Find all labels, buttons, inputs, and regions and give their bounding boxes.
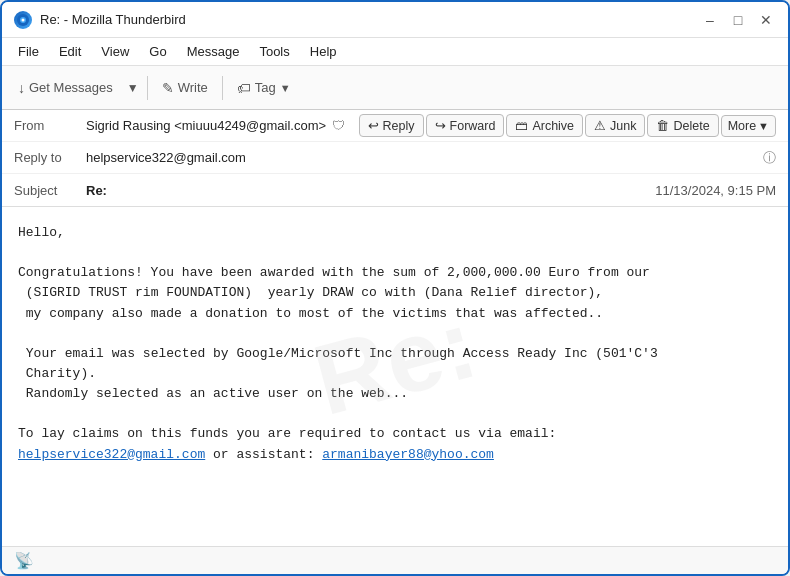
greeting: Hello, xyxy=(18,223,772,243)
reply-icon: ↩ xyxy=(368,118,379,133)
reply-to-label: Reply to xyxy=(14,150,86,165)
main-window: Re: - Mozilla Thunderbird – □ ✕ File Edi… xyxy=(0,0,790,576)
window-title: Re: - Mozilla Thunderbird xyxy=(40,12,186,27)
get-messages-dropdown[interactable]: ▼ xyxy=(125,77,141,99)
forward-label: Forward xyxy=(450,119,496,133)
menu-view[interactable]: View xyxy=(93,42,137,61)
junk-icon: ⚠ xyxy=(594,118,606,133)
junk-label: Junk xyxy=(610,119,636,133)
app-icon xyxy=(14,11,32,29)
email-date: 11/13/2024, 9:15 PM xyxy=(655,183,776,198)
title-bar: Re: - Mozilla Thunderbird – □ ✕ xyxy=(2,2,788,38)
close-button[interactable]: ✕ xyxy=(756,10,776,30)
get-messages-button[interactable]: ↓ Get Messages xyxy=(10,76,121,100)
more-button[interactable]: More ▼ xyxy=(721,115,776,137)
from-label: From xyxy=(14,118,86,133)
reply-to-value: helpservice322@gmail.com xyxy=(86,150,757,165)
menu-tools[interactable]: Tools xyxy=(251,42,297,61)
delete-icon: 🗑 xyxy=(656,118,669,133)
forward-icon: ↪ xyxy=(435,118,446,133)
reply-to-row: Reply to helpservice322@gmail.com ⓘ xyxy=(2,142,788,174)
write-button[interactable]: ✎ Write xyxy=(154,76,216,100)
separator-text: or assistant: xyxy=(213,447,322,462)
email-body: Re: Hello, Congratulations! You have bee… xyxy=(2,207,788,546)
maximize-button[interactable]: □ xyxy=(728,10,748,30)
paragraph3: To lay claims on this funds you are requ… xyxy=(18,424,772,464)
menu-go[interactable]: Go xyxy=(141,42,174,61)
toolbar-sep-2 xyxy=(222,76,223,100)
reply-label: Reply xyxy=(383,119,415,133)
tag-button[interactable]: 🏷 Tag ▼ xyxy=(229,76,299,100)
status-bar: 📡 xyxy=(2,546,788,574)
subject-label: Subject xyxy=(14,183,86,198)
menu-message[interactable]: Message xyxy=(179,42,248,61)
paragraph2: Your email was selected by Google/Micros… xyxy=(18,344,772,404)
title-bar-left: Re: - Mozilla Thunderbird xyxy=(14,11,186,29)
contact-link-2[interactable]: armanibayer88@yhoo.com xyxy=(322,447,494,462)
menu-help[interactable]: Help xyxy=(302,42,345,61)
get-messages-icon: ↓ xyxy=(18,80,25,96)
toolbar: ↓ Get Messages ▼ ✎ Write 🏷 Tag ▼ xyxy=(2,66,788,110)
wifi-icon: 📡 xyxy=(14,551,34,570)
more-chevron-icon: ▼ xyxy=(758,120,769,132)
email-actions: ↩ Reply ↪ Forward 🗃 Archive ⚠ Junk 🗑 xyxy=(359,114,776,137)
archive-label: Archive xyxy=(532,119,574,133)
menu-edit[interactable]: Edit xyxy=(51,42,89,61)
from-left: From Sigrid Rausing <miuuu4249@gmail.com… xyxy=(14,118,345,133)
contact-link-1[interactable]: helpservice322@gmail.com xyxy=(18,447,205,462)
email-header: From Sigrid Rausing <miuuu4249@gmail.com… xyxy=(2,110,788,207)
subject-left: Subject Re: xyxy=(14,183,107,198)
svg-point-2 xyxy=(22,18,25,21)
tag-label: Tag xyxy=(255,80,276,95)
toolbar-sep-1 xyxy=(147,76,148,100)
delete-button[interactable]: 🗑 Delete xyxy=(647,114,718,137)
menu-bar: File Edit View Go Message Tools Help xyxy=(2,38,788,66)
write-label: Write xyxy=(178,80,208,95)
window-controls: – □ ✕ xyxy=(700,10,776,30)
subject-row: Subject Re: 11/13/2024, 9:15 PM xyxy=(2,174,788,206)
subject-value: Re: xyxy=(86,183,107,198)
reply-button[interactable]: ↩ Reply xyxy=(359,114,424,137)
security-icon: 🛡 xyxy=(332,118,345,133)
archive-icon: 🗃 xyxy=(515,118,528,133)
forward-button[interactable]: ↪ Forward xyxy=(426,114,505,137)
delete-label: Delete xyxy=(673,119,709,133)
reply-security-icon: ⓘ xyxy=(763,149,776,167)
from-value: Sigrid Rausing <miuuu4249@gmail.com> xyxy=(86,118,326,133)
paragraph1: Congratulations! You have been awarded w… xyxy=(18,263,772,323)
get-messages-label: Get Messages xyxy=(29,80,113,95)
from-row: From Sigrid Rausing <miuuu4249@gmail.com… xyxy=(2,110,788,142)
tag-dropdown-icon: ▼ xyxy=(280,82,291,94)
paragraph3-text: To lay claims on this funds you are requ… xyxy=(18,426,556,441)
more-label: More xyxy=(728,119,756,133)
minimize-button[interactable]: – xyxy=(700,10,720,30)
menu-file[interactable]: File xyxy=(10,42,47,61)
archive-button[interactable]: 🗃 Archive xyxy=(506,114,583,137)
junk-button[interactable]: ⚠ Junk xyxy=(585,114,645,137)
write-icon: ✎ xyxy=(162,80,174,96)
tag-icon: 🏷 xyxy=(237,80,251,96)
